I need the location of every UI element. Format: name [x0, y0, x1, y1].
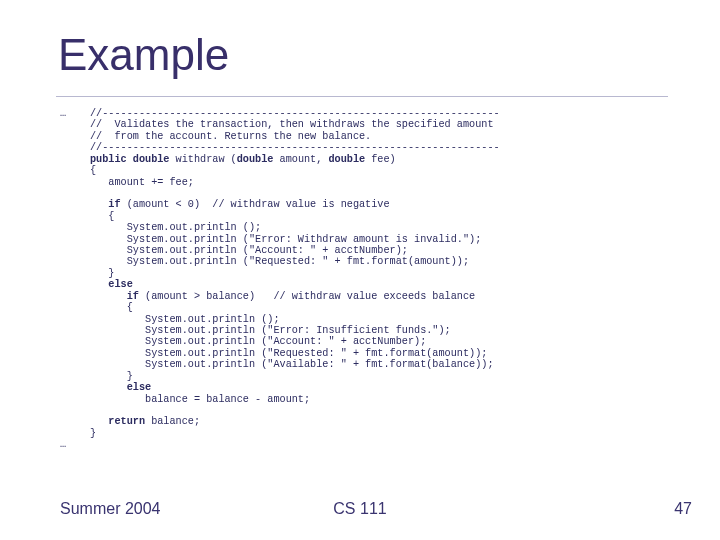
code-block: …//-------------------------------------… — [60, 108, 500, 451]
keyword-if: if — [108, 199, 120, 210]
ellipsis-top: … — [60, 108, 90, 119]
code-text: (amount > balance) // withdraw value exc… — [139, 291, 475, 302]
code-text: (amount < 0) // withdraw value is negati… — [121, 199, 390, 210]
code-text — [90, 382, 127, 393]
code-line: } — [90, 268, 114, 279]
keyword-else: else — [127, 382, 151, 393]
code-line: System.out.println (); — [90, 222, 261, 233]
code-line: System.out.println ("Account: " + acctNu… — [90, 336, 426, 347]
code-line: //--------------------------------------… — [90, 142, 500, 153]
code-text — [90, 199, 108, 210]
code-line: { — [90, 302, 133, 313]
slide-title: Example — [58, 30, 229, 80]
code-line: //--------------------------------------… — [90, 108, 500, 119]
slide: Example …//-----------------------------… — [0, 0, 720, 540]
code-line: // Validates the transaction, then withd… — [90, 119, 494, 130]
keyword-return: return — [108, 416, 145, 427]
keyword-public-double: public double — [90, 154, 169, 165]
code-line: balance = balance - amount; — [90, 394, 310, 405]
code-line: { — [90, 165, 96, 176]
footer-page-number: 47 — [674, 500, 692, 518]
keyword-if: if — [127, 291, 139, 302]
code-line: System.out.println ("Error: Withdraw amo… — [90, 234, 481, 245]
code-line: System.out.println ("Account: " + acctNu… — [90, 245, 408, 256]
code-text — [90, 279, 108, 290]
code-line: System.out.println ("Error: Insufficient… — [90, 325, 451, 336]
title-underline — [56, 96, 668, 97]
code-line: System.out.println (); — [90, 314, 280, 325]
code-line: } — [90, 371, 133, 382]
code-line: amount += fee; — [90, 177, 194, 188]
code-line: System.out.println ("Requested: " + fmt.… — [90, 256, 469, 267]
footer-center: CS 111 — [0, 500, 720, 518]
keyword-else: else — [108, 279, 132, 290]
code-text: balance; — [145, 416, 200, 427]
code-text: withdraw ( — [169, 154, 236, 165]
code-line: System.out.println ("Requested: " + fmt.… — [90, 348, 487, 359]
code-text: amount, — [273, 154, 328, 165]
keyword-double: double — [237, 154, 274, 165]
code-line: { — [90, 211, 114, 222]
code-line: } — [90, 428, 96, 439]
code-text: fee) — [365, 154, 396, 165]
code-text — [90, 291, 127, 302]
ellipsis-bottom: … — [60, 439, 90, 450]
code-text — [90, 416, 108, 427]
code-line: // from the account. Returns the new bal… — [90, 131, 371, 142]
keyword-double: double — [328, 154, 365, 165]
code-line: System.out.println ("Available: " + fmt.… — [90, 359, 494, 370]
